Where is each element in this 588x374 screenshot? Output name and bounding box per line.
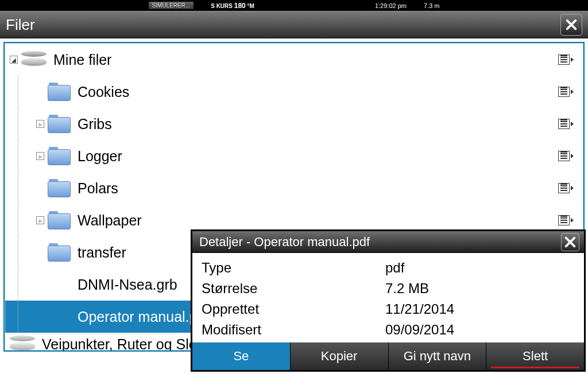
copy-button[interactable]: Kopier [290,342,388,370]
tree-item-label: Wallpaper [78,212,558,229]
drive-icon [10,336,35,352]
dialog-actions: Se Kopier Gi nytt navn Slett [192,342,584,370]
simulator-badge: SIMULERER... [149,2,194,9]
folder-icon [48,147,71,165]
prop-type: Type pdf [202,258,575,278]
tree-item-polars[interactable]: Polars [5,172,583,204]
details-dialog: Detaljer - Operator manual.pdf Type pdf … [191,229,586,372]
row-menu-button[interactable] [558,183,574,193]
prop-value: 7.2 MB [385,278,429,299]
folder-icon [48,211,71,229]
depth-readout: 7.3 m [424,2,440,9]
close-icon [564,236,577,248]
dialog-close-button[interactable] [561,233,579,251]
prop-label: Størrelse [202,278,385,299]
prop-label: Opprettet [202,299,385,320]
delete-button[interactable]: Slett [486,342,584,370]
expand-icon[interactable]: ▹ [36,152,44,160]
row-menu-button[interactable] [558,119,574,129]
tree-root-label: Mine filer [53,52,558,68]
expand-icon[interactable]: ▹ [36,216,44,224]
course-prefix: S [211,3,215,9]
course-value: 180 [234,2,246,10]
dialog-body: Type pdf Størrelse 7.2 MB Opprettet 11/2… [192,253,584,342]
prop-value: 11/21/2014 [385,299,454,320]
folder-icon [48,243,71,262]
row-menu-button[interactable] [558,87,574,97]
window-title: Filer [6,16,35,34]
prop-label: Modifisert [202,320,385,340]
prop-modified: Modifisert 09/09/2014 [202,320,575,340]
drive-icon [21,51,47,68]
prop-value: 09/09/2014 [385,320,454,340]
folder-icon [48,115,71,133]
tree-item-cookies[interactable]: Cookies [5,76,583,108]
expand-icon[interactable]: ▹ [36,120,44,128]
dialog-titlebar: Detaljer - Operator manual.pdf [192,231,584,253]
prop-value: pdf [385,258,404,278]
prop-size: Størrelse 7.2 MB [202,278,575,299]
collapse-icon[interactable]: ◢ [10,56,18,64]
clock: 1:29:02 pm [375,2,407,9]
tree-item-label: Polars [78,180,558,197]
view-button[interactable]: Se [192,342,290,370]
close-button[interactable] [560,14,582,36]
course-readout: S KURS 180 °M [211,2,254,10]
prop-created: Opprettet 11/21/2014 [202,299,575,320]
course-unit: °M [247,3,254,9]
row-menu-button[interactable] [558,215,574,225]
tree-item-label: Cookies [78,84,558,100]
tree-item-label: Logger [78,148,558,165]
dialog-title: Detaljer - Operator manual.pdf [197,235,370,250]
row-menu-button[interactable] [558,54,574,65]
tree-item-logger[interactable]: ▹ Logger [5,140,583,172]
folder-icon [48,83,71,101]
tree-item-label: Gribs [78,116,558,133]
course-label: KURS [216,3,233,9]
status-bar: SIMULERER... S KURS 180 °M 1:29:02 pm 7.… [0,0,588,11]
rename-button[interactable]: Gi nytt navn [388,342,486,370]
folder-icon [48,179,71,197]
tree-item-gribs[interactable]: ▹ Gribs [5,108,583,140]
window-titlebar: Filer [0,11,588,38]
row-menu-button[interactable] [558,151,574,161]
tree-root[interactable]: ◢ Mine filer [5,44,583,76]
prop-label: Type [202,258,385,278]
close-icon [565,18,578,31]
